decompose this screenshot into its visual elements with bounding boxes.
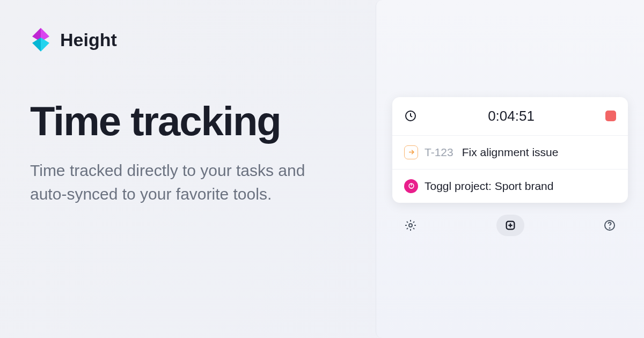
task-row[interactable]: T-123 Fix alignment issue bbox=[392, 136, 628, 170]
task-status-icon bbox=[404, 145, 418, 159]
svg-point-2 bbox=[409, 224, 412, 227]
time-tracking-widget: 0:04:51 T-123 Fix alignment issue Toggl … bbox=[376, 0, 644, 338]
add-button[interactable] bbox=[496, 215, 524, 236]
widget-toolbar bbox=[392, 203, 628, 241]
task-id: T-123 bbox=[425, 146, 453, 159]
timer-card: 0:04:51 T-123 Fix alignment issue Toggl … bbox=[392, 97, 628, 203]
page-title: Time tracking bbox=[30, 101, 331, 142]
brand-name: Height bbox=[60, 30, 117, 50]
timer-header: 0:04:51 bbox=[392, 97, 628, 136]
svg-point-5 bbox=[610, 227, 610, 228]
project-name: Toggl project: Sport brand bbox=[425, 180, 553, 193]
brand-logo-row: Height bbox=[30, 27, 331, 53]
clock-icon bbox=[404, 109, 417, 122]
toggl-icon bbox=[404, 179, 418, 193]
settings-button[interactable] bbox=[403, 218, 418, 233]
stop-button[interactable] bbox=[605, 111, 616, 121]
task-title: Fix alignment issue bbox=[462, 146, 559, 159]
height-logo-icon bbox=[30, 27, 52, 53]
help-button[interactable] bbox=[602, 218, 617, 233]
project-row[interactable]: Toggl project: Sport brand bbox=[392, 170, 628, 203]
timer-value: 0:04:51 bbox=[417, 108, 605, 124]
page-subtitle: Time tracked directly to your tasks and … bbox=[30, 159, 331, 205]
